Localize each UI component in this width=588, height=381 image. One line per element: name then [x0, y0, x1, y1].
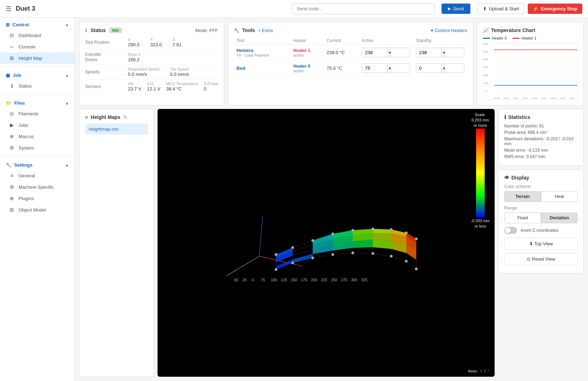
sidebar-item-system[interactable]: ⚙ System — [0, 142, 74, 153]
chevron-down-icon: ▲ — [65, 73, 69, 77]
deviation-btn[interactable]: Deviation — [541, 213, 578, 223]
display-card: 👁 Display Color scheme: Terrain Heat Ran… — [498, 169, 584, 273]
sidebar-group-job[interactable]: ▣ Job ▲ — [0, 70, 74, 80]
temp-chart-svg: 280 250 200 150 100 50 0 15:29 15:30 — [483, 43, 577, 100]
svg-text:125: 125 — [281, 278, 287, 282]
divider-1 — [0, 67, 74, 67]
current0-cell: 75.0 °C — [324, 61, 359, 76]
max-dev-row: Maximum deviations: -0.203 / -0.010 mm — [504, 136, 578, 146]
search-input[interactable] — [292, 3, 434, 14]
svg-text:75: 75 — [261, 278, 265, 282]
menu-icon[interactable]: ☰ — [6, 5, 11, 13]
invert-z-toggle[interactable] — [504, 227, 517, 234]
legend-heater0: Heater 0 — [483, 36, 507, 40]
object-model-icon: ⊞ — [9, 207, 15, 213]
extruder-values: Drive 0 — [128, 52, 218, 57]
height-map-file-item[interactable]: heightmap.csv — [85, 124, 148, 135]
svg-point-66 — [390, 228, 393, 231]
scale-bar: Scale: 0.203 mm or more -0.203 mm or les… — [471, 113, 490, 228]
sidebar-item-filaments[interactable]: ◎ Filaments — [0, 108, 74, 119]
job-section: ▣ Job ▲ ℹ Status — [0, 68, 74, 93]
tools-table: Tool Heater Current Active Standby Hemer… — [234, 37, 467, 76]
active0-dropdown[interactable]: ▾ — [387, 64, 392, 73]
sidebar-group-files[interactable]: 📁 Files ▲ — [0, 98, 74, 108]
svg-point-53 — [311, 256, 314, 259]
heater1-cell: Heater 1 active — [290, 45, 324, 61]
svg-point-67 — [405, 231, 408, 234]
standby1-input-group: ▾ — [416, 48, 464, 57]
svg-point-55 — [351, 251, 354, 254]
svg-text:150: 150 — [483, 66, 488, 69]
status-mode: Mode: FFF — [195, 28, 218, 33]
current1-cell: 238.0 °C — [324, 45, 359, 61]
sidebar-item-jobs[interactable]: ▶ Jobs — [0, 119, 74, 131]
svg-text:15:29: 15:29 — [494, 97, 500, 99]
standby0-input[interactable] — [416, 64, 441, 73]
main-layout: ⊞ Control ▲ ⊟ Dashboard ‹› Console ⊞ Hei… — [0, 18, 588, 381]
control-heaters-link[interactable]: ▾ Control Heaters — [431, 28, 467, 33]
sidebar-item-machine-specific[interactable]: ⚙ Machine-Specific — [0, 181, 74, 193]
sidebar-group-control[interactable]: ⊞ Control ▲ — [0, 19, 74, 30]
sidebar-item-height-map[interactable]: ⊞ Height Map — [0, 52, 74, 64]
speeds-values: Requested Speed 0.0 mm/s Top Speed 0.0 m… — [128, 67, 218, 77]
sidebar-item-dashboard[interactable]: ⊟ Dashboard — [0, 30, 74, 41]
status-icon: ℹ — [9, 83, 15, 89]
sidebar-group-settings[interactable]: 🔧 Settings ▲ — [0, 160, 74, 170]
upload-icon: ⬆ — [483, 6, 487, 11]
axis-y-label: Y — [484, 369, 486, 373]
table-row: Hemera T0 - Load Filament Heater 1 activ… — [234, 45, 467, 61]
mesh-svg: 60 25 -5 75 100 125 150 175 200 225 250 … — [205, 189, 447, 296]
search-bar — [292, 3, 434, 14]
svg-marker-48 — [373, 229, 391, 234]
refresh-icon[interactable]: ↻ — [123, 114, 128, 120]
heat-btn[interactable]: Heat — [541, 191, 578, 202]
points-row: Number of points: 81 — [504, 124, 578, 129]
svg-text:100: 100 — [483, 74, 488, 77]
svg-point-51 — [275, 268, 278, 271]
mean-error-row: Mean error: -0.119 mm — [504, 148, 578, 153]
tools-extra-link[interactable]: + Extra — [258, 28, 273, 33]
upload-start-button[interactable]: ⬆ Upload & Start — [478, 3, 525, 14]
active0-input[interactable] — [362, 64, 387, 73]
active0-cell: ▾ — [359, 61, 413, 76]
statistics-card: ℹ Statistics Number of points: 81 Probe … — [498, 109, 584, 166]
svg-point-60 — [275, 253, 278, 256]
y-col: Y 323.0 — [150, 37, 162, 47]
color-scheme-label: Color scheme: — [504, 184, 578, 189]
sidebar-item-console[interactable]: ‹› Console — [0, 41, 74, 52]
svg-point-64 — [351, 229, 354, 232]
settings-section: 🔧 Settings ▲ ≡ General ⚙ Machine-Specifi… — [0, 158, 74, 217]
temp-chart-container: 280 250 200 150 100 50 0 15:29 15:30 — [483, 43, 578, 100]
sidebar-item-status[interactable]: ℹ Status — [0, 80, 74, 92]
standby1-input[interactable] — [416, 48, 441, 57]
svg-text:200: 200 — [483, 58, 488, 61]
send-button[interactable]: Send — [442, 4, 470, 14]
active1-dropdown[interactable]: ▾ — [387, 48, 392, 57]
files-icon: 📁 — [6, 100, 11, 106]
sensors-label: Sensors — [85, 84, 128, 89]
top-view-button[interactable]: ⬇ Top View — [504, 238, 578, 250]
svg-text:15:34: 15:34 — [541, 97, 547, 99]
range-group: Fixed Deviation — [504, 213, 578, 223]
temp-chart-title: 📈 Temperature Chart — [483, 27, 578, 33]
fixed-btn[interactable]: Fixed — [504, 213, 541, 223]
active1-input[interactable] — [362, 48, 387, 57]
sidebar-item-plugins[interactable]: ⊕ Plugins — [0, 193, 74, 204]
terrain-btn[interactable]: Terrain — [504, 191, 541, 202]
svg-point-63 — [331, 233, 334, 235]
standby0-dropdown[interactable]: ▾ — [441, 64, 447, 73]
reset-view-button[interactable]: ⊙ Reset View — [504, 253, 578, 265]
standby1-cell: ▾ — [413, 45, 467, 61]
system-icon: ⚙ — [9, 145, 15, 151]
emergency-stop-button[interactable]: ⚡ Emergency Stop — [528, 4, 582, 14]
tool-position-label: Tool Position — [85, 40, 128, 45]
sidebar-item-general[interactable]: ≡ General — [0, 170, 74, 181]
app-title: Duet 3 — [16, 5, 35, 12]
svg-text:15:37: 15:37 — [569, 97, 575, 99]
svg-text:15:33: 15:33 — [532, 97, 537, 99]
sidebar-item-macros[interactable]: ⊗ Macros — [0, 131, 74, 142]
tools-table-header: Tool Heater Current Active Standby — [234, 37, 467, 45]
sidebar-item-object-model[interactable]: ⊞ Object Model — [0, 204, 74, 215]
general-icon: ≡ — [9, 173, 15, 178]
standby1-dropdown[interactable]: ▾ — [441, 48, 447, 57]
